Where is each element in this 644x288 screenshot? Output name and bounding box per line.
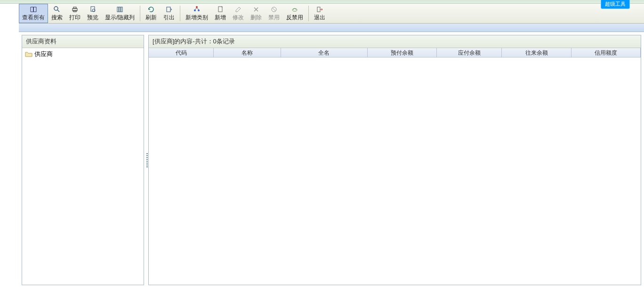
- svg-rect-7: [117, 7, 119, 12]
- grid-column-header[interactable]: 名称: [214, 48, 281, 57]
- svg-rect-17: [317, 7, 320, 12]
- view-all-label: 查看所有: [22, 14, 45, 22]
- left-panel-header: 供应商资料: [22, 35, 144, 48]
- tree-item-label: 供应商: [34, 50, 53, 58]
- modify-button: 修改: [229, 4, 247, 23]
- add-category-label: 新增类别: [185, 14, 208, 22]
- right-panel-header: [供应商]的内容-共计：0条记录: [149, 35, 641, 48]
- left-gutter: [0, 0, 19, 288]
- main-area: 供应商资料 供应商 [供应商]的内容-共计：0条记录 代码名称全名预付余额应付余…: [19, 32, 644, 288]
- svg-point-0: [54, 7, 58, 10]
- enable-label: 反禁用: [286, 14, 303, 22]
- delete-icon: [252, 6, 260, 13]
- exit-label: 退出: [314, 14, 325, 22]
- search-icon: [53, 6, 61, 13]
- preview-icon: [89, 6, 97, 13]
- svg-rect-3: [73, 7, 76, 8]
- delete-label: 删除: [250, 14, 262, 22]
- sub-toolbar-strip: [0, 24, 644, 32]
- add-category-button[interactable]: 新增类别: [182, 4, 211, 23]
- supplier-grid[interactable]: 代码名称全名预付余额应付余额往来余额信用额度: [149, 48, 641, 285]
- refresh-label: 刷新: [145, 14, 157, 22]
- grid-header-row: 代码名称全名预付余额应付余额往来余额信用额度: [149, 48, 641, 58]
- left-panel: 供应商资料 供应商: [22, 35, 144, 285]
- tree-root-item[interactable]: 供应商: [24, 49, 142, 59]
- show-hide-columns-label: 显示/隐藏列: [105, 14, 135, 22]
- disable-label: 禁用: [268, 14, 280, 22]
- exit-button[interactable]: 退出: [311, 4, 329, 23]
- top-title-strip: 超级工具: [0, 0, 644, 4]
- tree-add-icon: [193, 6, 201, 13]
- add-new-button[interactable]: 新增: [211, 4, 229, 23]
- export-label: 引出: [163, 14, 175, 22]
- toolbar-separator: [308, 6, 309, 21]
- preview-label: 预览: [87, 14, 98, 22]
- svg-rect-9: [121, 7, 122, 12]
- grid-column-header[interactable]: 全名: [281, 48, 368, 57]
- export-button[interactable]: 引出: [160, 4, 178, 23]
- refresh-icon: [147, 6, 155, 13]
- right-panel: [供应商]的内容-共计：0条记录 代码名称全名预付余额应付余额往来余额信用额度: [148, 35, 641, 285]
- printer-icon: [71, 6, 79, 13]
- grid-column-header[interactable]: 应付余额: [437, 48, 502, 57]
- svg-point-12: [194, 9, 196, 11]
- disable-button: 禁用: [265, 4, 283, 23]
- refresh-button[interactable]: 刷新: [142, 4, 160, 23]
- splitter-grip-icon: [146, 153, 148, 167]
- search-button[interactable]: 搜索: [48, 4, 66, 23]
- book-open-icon: [30, 6, 37, 13]
- supplier-tree[interactable]: 供应商: [22, 48, 144, 285]
- toolbar-separator: [140, 6, 140, 21]
- toolbar-separator: [180, 6, 180, 21]
- grid-column-header[interactable]: 往来余额: [502, 48, 571, 57]
- folder-icon: [25, 51, 32, 58]
- toolbar: 查看所有 搜索 打印 预览 显示/隐藏列 刷新 引出: [0, 4, 644, 24]
- new-doc-icon: [217, 6, 224, 13]
- ban-icon: [270, 6, 278, 13]
- enable-button[interactable]: 反禁用: [283, 4, 306, 23]
- exit-icon: [316, 6, 323, 13]
- delete-button: 删除: [247, 4, 265, 23]
- svg-rect-8: [119, 7, 121, 12]
- svg-line-1: [57, 10, 59, 12]
- svg-point-13: [198, 9, 200, 11]
- add-new-label: 新增: [215, 14, 226, 22]
- grid-column-header[interactable]: 预付余额: [368, 48, 437, 57]
- show-hide-columns-button[interactable]: 显示/隐藏列: [102, 4, 138, 23]
- svg-point-11: [196, 6, 198, 8]
- modify-label: 修改: [233, 14, 244, 22]
- preview-button[interactable]: 预览: [84, 4, 102, 23]
- svg-rect-14: [218, 7, 222, 12]
- svg-rect-10: [167, 7, 170, 12]
- search-label: 搜索: [51, 14, 63, 22]
- grid-column-header[interactable]: 信用额度: [572, 48, 641, 57]
- view-all-button[interactable]: 查看所有: [19, 4, 48, 23]
- edit-icon: [234, 6, 242, 13]
- print-button[interactable]: 打印: [66, 4, 84, 23]
- unlock-icon: [291, 6, 298, 13]
- corner-tag[interactable]: 超级工具: [601, 0, 630, 9]
- export-icon: [165, 6, 173, 13]
- grid-column-header[interactable]: 代码: [149, 48, 214, 57]
- print-label: 打印: [69, 14, 80, 22]
- columns-icon: [116, 6, 124, 13]
